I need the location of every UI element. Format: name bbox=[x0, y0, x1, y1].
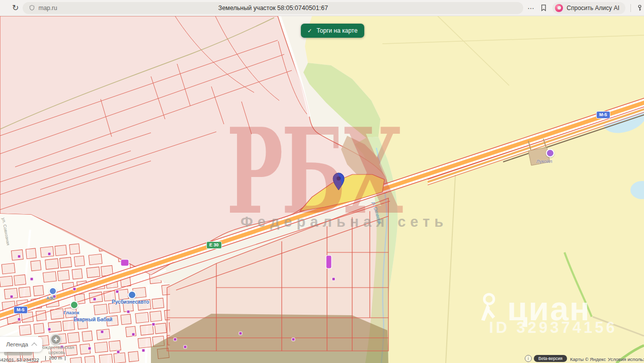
legend-button[interactable]: Легенда bbox=[0, 337, 42, 352]
torgi-label: Торги на карте bbox=[316, 27, 357, 34]
church-poi-icon[interactable]: ✚ bbox=[50, 334, 61, 345]
commercial-building-marker bbox=[121, 259, 129, 266]
more-menu-button[interactable]: ⋯ bbox=[527, 4, 535, 12]
scale-tick bbox=[65, 356, 65, 360]
browser-toolbar: ↻ map.ru Земельный участок 58:05:0740501… bbox=[0, 0, 644, 16]
ask-alice-button[interactable]: Спросить Алису AI bbox=[552, 2, 625, 14]
glazok-poi-icon[interactable] bbox=[70, 301, 78, 309]
azs-poi-icon[interactable] bbox=[49, 287, 57, 295]
rusbiznesavto-poi-icon[interactable] bbox=[128, 291, 136, 299]
url-bar[interactable]: map.ru Земельный участок 58:05:0740501:6… bbox=[23, 2, 523, 14]
divider bbox=[630, 4, 631, 12]
bookmark-icon[interactable] bbox=[540, 4, 547, 12]
road-shield-m5: М-5 bbox=[14, 306, 28, 314]
legend-label: Легенда bbox=[6, 341, 28, 347]
info-icon: i bbox=[528, 356, 529, 361]
torgi-na-karte-button[interactable]: ✓ Торги на карте bbox=[301, 24, 364, 38]
scale-tick bbox=[45, 356, 46, 360]
road-shield-e30: Е 30 bbox=[206, 241, 222, 249]
alice-icon bbox=[555, 4, 563, 12]
reload-button[interactable]: ↻ bbox=[12, 4, 19, 12]
map-canvas[interactable] bbox=[0, 16, 644, 363]
lukoil-poi-icon[interactable] bbox=[546, 149, 554, 157]
password-key-icon[interactable] bbox=[636, 4, 643, 12]
page-title: Земельный участок 58:05:0740501:67 bbox=[23, 5, 523, 12]
chevron-up-icon bbox=[31, 342, 37, 348]
alice-label: Спросить Алису AI bbox=[567, 5, 619, 12]
scale-bar: 200 m bbox=[45, 355, 65, 360]
url-text: map.ru bbox=[38, 5, 57, 12]
beta-badge: Beta-версия bbox=[534, 355, 567, 362]
info-button[interactable]: i bbox=[525, 355, 532, 362]
check-icon: ✓ bbox=[307, 28, 312, 34]
map-viewport: ✓ Торги на карте РБХ Федеральная сеть ци… bbox=[0, 16, 644, 363]
road-shield-m5: М-5 bbox=[596, 111, 610, 119]
scale-value: 200 m bbox=[49, 355, 62, 360]
commercial-building-marker bbox=[326, 255, 332, 268]
